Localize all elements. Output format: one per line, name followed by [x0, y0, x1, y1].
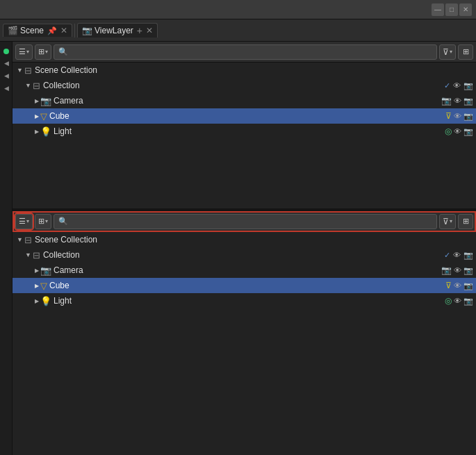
search-icon: 🔍 — [58, 47, 68, 56]
bottom-cube-row[interactable]: ▶ ▽ Cube ⊽ 👁 📷 — [13, 278, 476, 293]
display-mode-button[interactable]: ☰ ▾ — [15, 44, 33, 60]
active-indicator — [3, 49, 9, 54]
window-title-bar: — □ ✕ — [0, 0, 476, 19]
collection-checkbox[interactable]: ✓ — [444, 81, 450, 90]
bottom-light-cam[interactable]: 📷 — [463, 297, 473, 306]
light-cam[interactable]: 📷 — [463, 127, 473, 136]
close-tab-icon[interactable]: ✕ — [60, 26, 67, 35]
bottom-search-box[interactable]: 🔍 — [54, 214, 437, 229]
bottom-camera-row[interactable]: ▶ 📷 Camera 📷 👁 📷 — [13, 263, 476, 278]
collection-icon: ⊟ — [33, 81, 40, 91]
bottom-display-dropdown: ▾ — [26, 218, 29, 224]
bottom-cube-label: Cube — [49, 281, 445, 290]
bottom-light-arrow: ▶ — [35, 298, 39, 304]
bottom-collection-icon: ⊟ — [33, 250, 40, 260]
light-icon: 💡 — [40, 126, 51, 137]
cube-row[interactable]: ▶ ▽ Cube ⊽ 👁 📷 — [13, 108, 476, 124]
bottom-cube-icon: ▽ — [40, 281, 47, 291]
bottom-search-icon: 🔍 — [58, 217, 68, 226]
cube-label: Cube — [49, 111, 445, 121]
collection-camera[interactable]: 📷 — [463, 81, 473, 90]
light-row[interactable]: ▶ 💡 Light ◎ 👁 📷 — [13, 124, 476, 139]
bottom-collection-row[interactable]: ▼ ⊟ Collection ✓ 👁 📷 — [13, 247, 476, 263]
collection-eye[interactable]: 👁 — [453, 81, 461, 90]
cube-eye[interactable]: 👁 — [454, 112, 461, 120]
top-outliner-toolbar: ☰ ▾ ⊞ ▾ 🔍 ⊽ ▾ ⊞ — [13, 42, 476, 63]
collection-label: Collection — [43, 81, 444, 90]
bottom-light-eye[interactable]: 👁 — [454, 297, 461, 305]
bottom-restriction-button[interactable]: ⊞ ▾ — [35, 214, 51, 229]
viewlayer-tab-label: ViewLayer — [95, 26, 133, 35]
camera-badge: 📷 — [441, 96, 452, 106]
bottom-collection-eye[interactable]: 👁 — [453, 251, 461, 259]
viewlayer-close-icon[interactable]: ✕ — [146, 26, 153, 35]
filter-icon: ⊽ — [443, 47, 449, 57]
scene-tab[interactable]: 🎬 Scene 📌 ✕ — [3, 24, 72, 37]
bottom-scene-collection-row[interactable]: ▼ ⊟ Scene Collection — [13, 232, 476, 247]
left-strip-icon-1[interactable]: ◀ — [3, 60, 10, 67]
scene-collection-label: Scene Collection — [35, 65, 97, 75]
collection-row[interactable]: ▼ ⊟ Collection ✓ 👁 📷 — [13, 78, 476, 93]
bottom-cube-eye[interactable]: 👁 — [454, 281, 461, 290]
bottom-camera-eye[interactable]: 👁 — [454, 266, 461, 274]
cube-icon: ▽ — [40, 111, 47, 122]
filter-button[interactable]: ⊽ ▾ — [439, 44, 456, 60]
bottom-sync-icon: ⊞ — [463, 217, 469, 226]
tabs-row: 🎬 Scene 📌 ✕ 📷 ViewLayer + ✕ — [0, 19, 476, 42]
scene-collection-row[interactable]: ▼ ⊟ Scene Collection — [13, 63, 476, 78]
search-box[interactable]: 🔍 — [54, 44, 437, 60]
light-eye[interactable]: 👁 — [454, 127, 461, 135]
bottom-collection-camera[interactable]: 📷 — [463, 251, 473, 260]
pin-icon[interactable]: 📌 — [47, 26, 57, 35]
left-strip-icon-3[interactable]: ◀ — [3, 85, 10, 92]
bottom-restriction-dropdown: ▾ — [45, 218, 48, 224]
bottom-light-icon: 💡 — [40, 296, 51, 306]
scene-collection-icon: ⊟ — [24, 65, 32, 76]
scene-tab-icon: 🎬 — [8, 26, 18, 35]
bottom-cube-badge: ⊽ — [445, 281, 452, 290]
maximize-button[interactable]: □ — [445, 3, 458, 16]
light-badge: ◎ — [445, 126, 452, 136]
camera-arrow: ▶ — [35, 98, 39, 104]
sync-icon: ⊞ — [463, 47, 469, 56]
bottom-collection-checkbox[interactable]: ✓ — [444, 251, 450, 260]
cube-badge: ⊽ — [445, 111, 452, 121]
minimize-button[interactable]: — — [432, 3, 444, 16]
bottom-collection-label: Collection — [43, 250, 444, 260]
bottom-camera-badge: 📷 — [441, 265, 452, 275]
bottom-light-label: Light — [54, 296, 445, 306]
camera-row[interactable]: ▶ 📷 Camera 📷 👁 📷 — [13, 93, 476, 108]
scene-tab-label: Scene — [20, 26, 44, 35]
sync-button[interactable]: ⊞ — [458, 44, 473, 60]
left-strip-icon-2[interactable]: ◀ — [3, 72, 10, 79]
viewlayer-tab[interactable]: 📷 ViewLayer + ✕ — [77, 23, 158, 38]
bottom-display-mode-button[interactable]: ☰ ▾ — [15, 214, 33, 229]
bottom-camera-arrow: ▶ — [35, 267, 39, 274]
left-strip: ◀ ◀ ◀ — [0, 42, 13, 455]
bottom-filter-button[interactable]: ⊽ ▾ — [439, 214, 456, 229]
restriction-icon: ⊞ — [38, 47, 44, 56]
camera-label: Camera — [54, 96, 441, 106]
restriction-button[interactable]: ⊞ ▾ — [35, 44, 51, 60]
bottom-sc-arrow: ▼ — [17, 236, 23, 243]
bottom-camera-icon: 📷 — [40, 265, 51, 276]
bottom-light-row[interactable]: ▶ 💡 Light ◎ 👁 📷 — [13, 293, 476, 308]
bottom-cube-cam[interactable]: 📷 — [463, 281, 473, 290]
bottom-camera-cam[interactable]: 📷 — [463, 266, 473, 275]
bottom-sc-label: Scene Collection — [35, 235, 97, 245]
close-button[interactable]: ✕ — [459, 3, 472, 16]
bottom-restriction-icon: ⊞ — [38, 217, 44, 226]
camera-cam[interactable]: 📷 — [463, 97, 473, 106]
bottom-camera-label: Camera — [54, 265, 441, 275]
top-outliner-tree: ▼ ⊟ Scene Collection ▼ ⊟ Collection ✓ 👁 … — [13, 63, 476, 208]
viewlayer-add-icon[interactable]: + — [137, 25, 142, 36]
bottom-sync-button[interactable]: ⊞ — [458, 214, 473, 229]
cube-cam[interactable]: 📷 — [463, 112, 473, 121]
bottom-outliner-toolbar: ☰ ▾ ⊞ ▾ 🔍 ⊽ ▾ ⊞ — [13, 211, 476, 232]
cube-arrow: ▶ — [35, 113, 39, 119]
viewlayer-tab-icon: 📷 — [82, 26, 92, 35]
camera-icon: 📷 — [40, 96, 51, 106]
top-outliner-panel: ☰ ▾ ⊞ ▾ 🔍 ⊽ ▾ ⊞ — [13, 42, 476, 208]
camera-eye[interactable]: 👁 — [454, 97, 461, 105]
bottom-collection-arrow: ▼ — [25, 251, 31, 258]
